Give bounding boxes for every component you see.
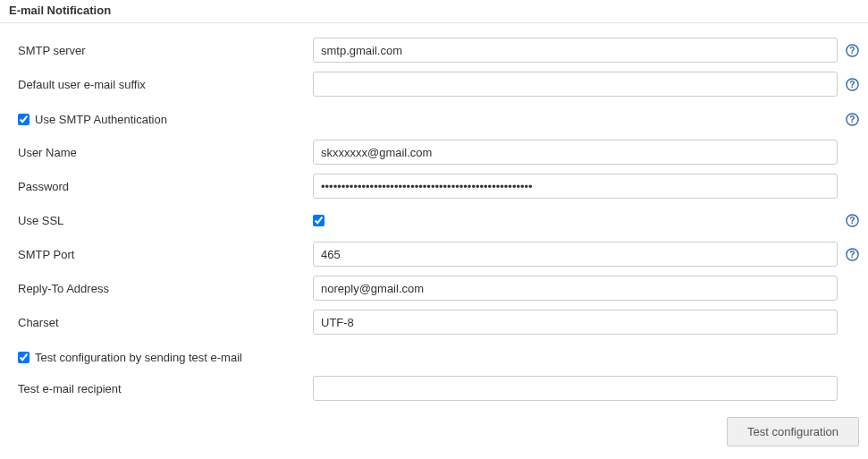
row-use-smtp-auth: Use SMTP Authentication ? — [18, 106, 859, 132]
test-config-checkbox-label: Test configuration by sending test e-mai… — [35, 351, 242, 364]
reply-to-label: Reply-To Address — [18, 282, 313, 295]
smtp-port-label: SMTP Port — [18, 248, 313, 261]
row-password: Password — [18, 170, 859, 202]
user-name-label: User Name — [18, 146, 313, 159]
test-recipient-label: Test e-mail recipient — [18, 382, 313, 395]
row-default-suffix: Default user e-mail suffix ? — [18, 68, 859, 100]
svg-text:?: ? — [849, 216, 855, 225]
smtp-port-input[interactable] — [313, 242, 838, 267]
password-input[interactable] — [313, 174, 838, 199]
form-container: SMTP server ? Default user e-mail suffix… — [0, 34, 868, 455]
smtp-server-label: SMTP server — [18, 44, 313, 57]
help-icon[interactable]: ? — [846, 113, 859, 126]
use-ssl-checkbox[interactable] — [313, 215, 324, 226]
button-row: Test configuration — [18, 417, 859, 446]
svg-text:?: ? — [849, 250, 855, 259]
section-title: E-mail Notification — [0, 0, 868, 23]
svg-text:?: ? — [849, 80, 855, 89]
row-use-ssl: Use SSL ? — [18, 204, 859, 236]
help-icon[interactable]: ? — [846, 78, 859, 91]
reply-to-input[interactable] — [313, 276, 838, 301]
test-configuration-button[interactable]: Test configuration — [727, 417, 859, 446]
use-ssl-label: Use SSL — [18, 214, 313, 227]
help-icon[interactable]: ? — [846, 248, 859, 261]
svg-text:?: ? — [849, 115, 855, 124]
row-test-recipient: Test e-mail recipient — [18, 372, 859, 404]
use-smtp-auth-label: Use SMTP Authentication — [35, 113, 167, 126]
row-user-name: User Name — [18, 136, 859, 168]
row-smtp-port: SMTP Port ? — [18, 238, 859, 270]
help-icon[interactable]: ? — [846, 214, 859, 227]
row-test-config-checkbox: Test configuration by sending test e-mai… — [18, 344, 859, 370]
test-config-checkbox[interactable] — [18, 352, 29, 363]
help-icon[interactable]: ? — [846, 44, 859, 57]
use-smtp-auth-checkbox[interactable] — [18, 114, 29, 125]
row-smtp-server: SMTP server ? — [18, 34, 859, 66]
default-suffix-input[interactable] — [313, 72, 838, 97]
charset-label: Charset — [18, 316, 313, 329]
test-recipient-input[interactable] — [313, 376, 838, 401]
charset-input[interactable] — [313, 310, 838, 335]
svg-text:?: ? — [849, 46, 855, 55]
default-suffix-label: Default user e-mail suffix — [18, 78, 313, 91]
row-charset: Charset — [18, 306, 859, 338]
smtp-server-input[interactable] — [313, 38, 838, 63]
password-label: Password — [18, 180, 313, 193]
user-name-input[interactable] — [313, 140, 838, 165]
row-reply-to: Reply-To Address — [18, 272, 859, 304]
